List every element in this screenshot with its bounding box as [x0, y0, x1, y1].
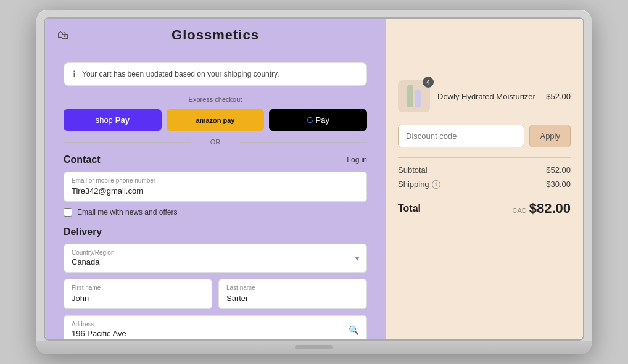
info-message: Your cart has been updated based on your… [82, 70, 279, 78]
left-content: ℹ Your cart has been updated based on yo… [45, 52, 386, 339]
country-value: Canada [72, 257, 100, 267]
first-name-label: First name [72, 284, 204, 291]
subtotal-label: Subtotal [398, 165, 428, 175]
first-name-field[interactable]: First name [64, 279, 212, 309]
subtotal-value: $52.00 [546, 165, 571, 175]
product-quantity-badge: 4 [423, 77, 434, 88]
laptop-base [36, 341, 592, 354]
shipping-value: $30.00 [546, 180, 571, 189]
total-label: Total [398, 203, 421, 214]
store-name: Glossmetics [171, 27, 259, 43]
total-currency: CAD [512, 207, 526, 214]
product-image-wrap: 4 [398, 80, 430, 112]
country-field-inner: Country/Region Canada [72, 249, 114, 267]
last-name-input[interactable] [226, 294, 359, 303]
address-field[interactable]: Address 196 Pacific Ave 🔍 [64, 315, 367, 339]
pay-label: Pay [316, 115, 329, 125]
country-select[interactable]: Country/Region Canada ▾ [64, 244, 367, 273]
total-value: $82.00 [529, 201, 571, 217]
contact-title: Contact [64, 154, 101, 165]
email-label: Email or mobile phone number [72, 177, 359, 184]
total-amount: CAD $82.00 [512, 201, 571, 217]
product-price: $52.00 [546, 92, 571, 101]
address-label: Address [72, 321, 126, 328]
amazonpay-label: amazon pay [196, 117, 235, 124]
log-in-link[interactable]: Log in [347, 155, 367, 164]
info-banner: ℹ Your cart has been updated based on yo… [64, 62, 367, 86]
laptop-screen: 🛍 Glossmetics ℹ Your cart has been updat… [44, 17, 584, 341]
address-search-icon: 🔍 [349, 325, 359, 335]
or-divider: OR [64, 138, 367, 146]
info-icon: ℹ [73, 69, 76, 79]
product-name: Dewly Hydrated Moisturizer [437, 92, 539, 101]
country-label: Country/Region [72, 249, 114, 256]
tube-2 [415, 90, 421, 107]
total-row: Total CAD $82.00 [398, 194, 571, 217]
contact-section-header: Contact Log in [64, 154, 367, 165]
last-name-field[interactable]: Last name [218, 279, 367, 309]
delivery-title: Delivery [64, 226, 102, 238]
g-icon: G [307, 115, 313, 125]
email-field[interactable]: Email or mobile phone number [64, 172, 367, 202]
newsletter-row: Email me with news and offers [64, 208, 367, 217]
shipping-row: Shipping ℹ $30.00 [398, 180, 571, 189]
right-panel: 4 Dewly Hydrated Moisturizer $52.00 Appl… [386, 19, 583, 339]
apply-button[interactable]: Apply [529, 125, 571, 147]
newsletter-label: Email me with news and offers [77, 208, 178, 217]
shipping-label: Shipping ℹ [398, 180, 440, 189]
order-summary: Subtotal $52.00 Shipping ℹ $30.00 Total [398, 157, 571, 217]
email-input[interactable] [72, 186, 359, 196]
app-container: 🛍 Glossmetics ℹ Your cart has been updat… [45, 19, 583, 339]
discount-input[interactable] [398, 125, 524, 147]
store-icon: 🛍 [57, 29, 68, 42]
name-row: First name Last name [64, 279, 367, 309]
address-field-inner: Address 196 Pacific Ave [72, 321, 126, 339]
newsletter-checkbox[interactable] [64, 208, 72, 217]
country-chevron-icon: ▾ [355, 254, 359, 263]
delivery-section-header: Delivery [64, 226, 367, 238]
product-tubes [407, 85, 421, 107]
store-header: 🛍 Glossmetics [45, 19, 386, 52]
shoppay-button[interactable]: shopPay [64, 109, 162, 131]
tube-1 [407, 85, 413, 107]
express-buttons: shopPay amazon pay G Pay [64, 109, 367, 131]
subtotal-row: Subtotal $52.00 [398, 165, 571, 175]
express-label: Express checkout [64, 96, 367, 103]
shipping-info-icon[interactable]: ℹ [432, 180, 440, 189]
laptop-frame: 🛍 Glossmetics ℹ Your cart has been updat… [36, 10, 592, 354]
first-name-input[interactable] [72, 294, 204, 303]
last-name-label: Last name [226, 284, 359, 291]
product-row: 4 Dewly Hydrated Moisturizer $52.00 [398, 80, 571, 112]
gpay-button[interactable]: G Pay [269, 109, 367, 131]
amazonpay-button[interactable]: amazon pay [167, 109, 265, 131]
address-value: 196 Pacific Ave [72, 329, 126, 338]
discount-row: Apply [398, 125, 571, 147]
laptop-notch [295, 345, 333, 349]
left-panel: 🛍 Glossmetics ℹ Your cart has been updat… [45, 19, 386, 339]
